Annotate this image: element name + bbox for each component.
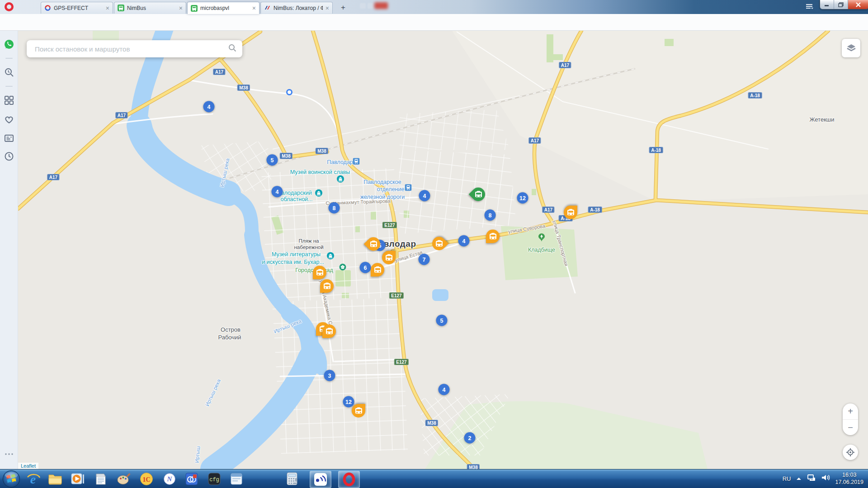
browser-tab[interactable]: microbaspvl× <box>187 2 259 14</box>
bus-icon <box>382 251 396 264</box>
zoom-in-button[interactable]: + <box>843 404 858 420</box>
leaflet-link[interactable]: Leaflet <box>21 463 36 469</box>
bus-icon <box>367 237 380 251</box>
bus-marker[interactable] <box>364 235 383 253</box>
tab-close-icon[interactable]: × <box>252 5 256 11</box>
sidebar-tab-search-icon[interactable] <box>4 67 14 78</box>
desktop-screen: GPS-EFFECT×NimBus×microbaspvl×NimBus: Ло… <box>0 0 868 488</box>
stop-cluster-marker[interactable]: 4 <box>458 235 470 247</box>
stop-cluster-marker[interactable]: 5 <box>267 155 278 166</box>
stop-ring-icon[interactable] <box>286 89 293 98</box>
stop-cluster-marker[interactable]: 4 <box>272 186 283 197</box>
network-icon[interactable] <box>807 474 816 483</box>
bus-marker[interactable] <box>382 251 396 264</box>
search-icon[interactable] <box>228 44 236 54</box>
stop-cluster-marker[interactable]: 4 <box>203 101 215 113</box>
stop-cluster-marker[interactable]: 4 <box>439 384 450 395</box>
stop-cluster-marker[interactable]: 8 <box>329 202 340 214</box>
windows-explorer[interactable] <box>45 471 66 487</box>
bus-icon <box>486 230 500 243</box>
bus-icon <box>313 266 326 279</box>
sidebar-speed-dial-icon[interactable] <box>4 95 14 106</box>
notepad[interactable] <box>90 471 111 487</box>
language-indicator[interactable]: RU <box>783 475 791 482</box>
volume-icon[interactable] <box>821 474 830 483</box>
layers-icon <box>846 43 857 54</box>
search-input[interactable] <box>34 45 228 53</box>
browser-toolbar: VPN nimbus.wialon.com/locator/73a70d4248… <box>0 14 868 31</box>
clock-date: 17.06.2019 <box>835 479 863 486</box>
stop-cluster-marker[interactable]: 4 <box>419 190 430 202</box>
cfg-tool[interactable]: cfg <box>204 471 225 487</box>
windows-taskbar: e1СNcfg <box>0 469 868 488</box>
sidebar-history-icon[interactable] <box>4 151 14 162</box>
station-icon[interactable] <box>353 158 360 167</box>
minimize-button[interactable] <box>820 0 834 9</box>
bus-marker[interactable] <box>564 206 577 219</box>
browser-tab[interactable]: NimBus: Локатор / Форум× <box>260 2 333 14</box>
svg-text:1С: 1С <box>142 476 150 483</box>
museum-icon[interactable] <box>315 189 323 199</box>
opera-sidebar <box>0 31 18 469</box>
1c-enterprise[interactable]: 1С <box>136 471 157 487</box>
sidebar-more-dots-icon[interactable] <box>4 449 14 460</box>
tab-title: NimBus: Локатор / Форум <box>274 5 323 11</box>
museum-icon[interactable] <box>337 175 344 185</box>
tab-close-icon[interactable]: × <box>179 5 183 11</box>
stop-route-search[interactable] <box>27 40 242 57</box>
bus-icon <box>472 188 485 201</box>
opera-menu-logo[interactable] <box>5 2 14 11</box>
tab-close-icon[interactable]: × <box>106 5 109 11</box>
tab-close-icon[interactable]: × <box>326 5 329 11</box>
internet-explorer[interactable]: e <box>23 471 44 487</box>
nimbus-favicon <box>191 5 198 12</box>
bus-marker[interactable] <box>313 266 326 279</box>
locate-button[interactable] <box>843 445 858 460</box>
browser-tab-bar: GPS-EFFECT×NimBus×microbaspvl×NimBus: Ло… <box>0 0 868 14</box>
browser-tab[interactable]: GPS-EFFECT× <box>41 2 113 14</box>
stop-cluster-marker[interactable]: 3 <box>324 370 335 381</box>
sidebar-news-icon[interactable] <box>4 133 14 144</box>
stop-cluster-marker[interactable]: 6 <box>360 262 371 273</box>
stop-cluster-marker[interactable]: 7 <box>419 254 430 265</box>
paint[interactable] <box>113 471 134 487</box>
bus-marker[interactable] <box>469 185 488 204</box>
stop-cluster-marker[interactable]: 2 <box>464 432 476 444</box>
tab-menu-icon[interactable] <box>805 3 813 12</box>
window-controls <box>820 0 868 9</box>
start-button[interactable] <box>0 469 22 488</box>
browser-tab[interactable]: NimBus× <box>114 2 186 14</box>
cemetery-pin-icon[interactable] <box>538 233 545 244</box>
app-light[interactable] <box>226 471 247 487</box>
app-blue[interactable] <box>181 471 202 487</box>
nanocad[interactable]: N <box>159 471 180 487</box>
bus-marker[interactable] <box>322 324 336 338</box>
stop-cluster-marker[interactable]: 5 <box>436 315 448 326</box>
zoom-control: + − <box>843 404 858 435</box>
new-tab-button[interactable]: + <box>338 3 348 12</box>
zoom-out-button[interactable]: − <box>843 420 858 436</box>
calculator[interactable] <box>282 471 302 487</box>
bus-marker[interactable] <box>371 263 384 277</box>
gps-agent[interactable] <box>310 471 331 488</box>
station-icon[interactable] <box>405 184 412 193</box>
gps-favicon <box>44 5 51 11</box>
bus-marker[interactable] <box>486 230 500 243</box>
sidebar-bookmarks-heart-icon[interactable] <box>4 114 14 125</box>
bus-marker[interactable] <box>429 234 448 253</box>
close-button[interactable] <box>848 0 868 9</box>
sidebar-whatsapp-icon[interactable] <box>4 39 14 50</box>
show-hidden-icons[interactable] <box>796 474 802 483</box>
layers-button[interactable] <box>842 39 860 57</box>
restore-button[interactable] <box>834 0 848 9</box>
park-flower-icon[interactable] <box>339 263 346 272</box>
bus-marker[interactable] <box>320 279 334 293</box>
taskbar-clock[interactable]: 16:03 17.06.2019 <box>835 471 863 486</box>
museum-icon[interactable] <box>327 252 335 262</box>
stop-cluster-marker[interactable]: 12 <box>517 192 528 204</box>
bus-marker[interactable] <box>352 404 365 418</box>
sidebar-divider <box>5 86 13 87</box>
opera-browser[interactable] <box>338 471 360 488</box>
stop-cluster-marker[interactable]: 8 <box>485 210 496 221</box>
media-player[interactable] <box>67 471 88 487</box>
